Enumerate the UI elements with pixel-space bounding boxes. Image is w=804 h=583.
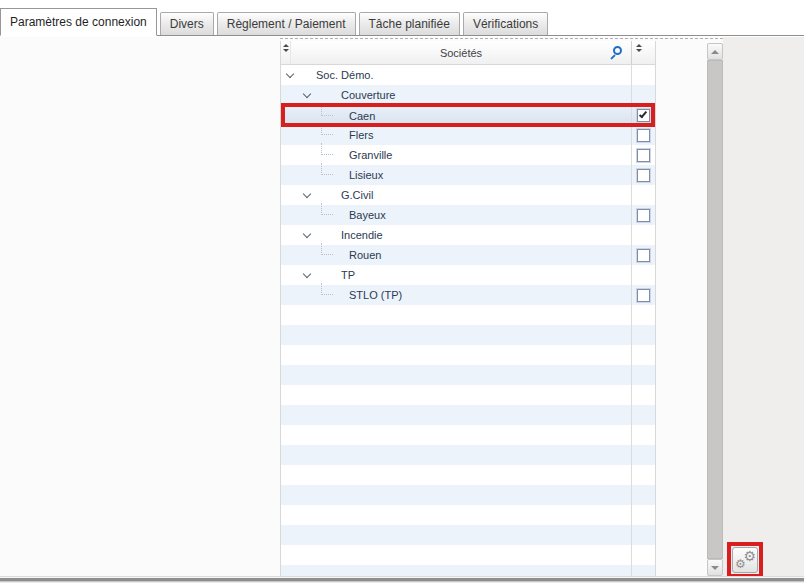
tree-connector	[321, 283, 333, 295]
tree-cell	[281, 305, 631, 325]
empty-row	[281, 345, 655, 365]
tree-cell	[281, 405, 631, 425]
empty-row	[281, 465, 655, 485]
tree-cell	[281, 445, 631, 465]
tree-row-lisieux[interactable]: Lisieux	[281, 165, 655, 185]
checkbox-rouen[interactable]	[637, 249, 650, 262]
tab-divers[interactable]: Divers	[160, 12, 214, 35]
tree-cell	[281, 465, 631, 485]
empty-row	[281, 445, 655, 465]
tree-connector	[321, 123, 333, 135]
checkbox-cell	[631, 106, 655, 124]
scroll-up-button[interactable]	[707, 43, 723, 60]
right-margin-area: ⚙ ⚙	[723, 37, 804, 583]
checkbox-cell	[631, 225, 655, 245]
checkbox-cell	[631, 425, 655, 445]
chevron-down-icon[interactable]	[303, 90, 311, 98]
search-icon[interactable]	[613, 46, 622, 55]
column-header-societes[interactable]: Sociétés	[291, 41, 632, 64]
checkbox-granville[interactable]	[637, 149, 650, 162]
triangle-down-icon	[711, 566, 719, 570]
tree-row-soc-d-mo[interactable]: Soc. Démo.	[281, 65, 655, 85]
checkbox-caen[interactable]	[637, 109, 650, 122]
header-left-cell	[281, 41, 291, 64]
checkbox-flers[interactable]	[637, 129, 650, 142]
tree-cell: Soc. Démo.	[281, 65, 631, 85]
checkbox-cell	[631, 465, 655, 485]
tree-row-caen[interactable]: Caen	[281, 105, 655, 125]
checkbox-cell	[631, 505, 655, 525]
scroll-down-button[interactable]	[707, 559, 723, 576]
window-bottom-border	[0, 576, 804, 583]
tree-cell: G.Civil	[281, 185, 631, 205]
checkbox-cell	[631, 405, 655, 425]
tab-param-tres-de-connexion[interactable]: Paramètres de connexion	[0, 8, 157, 36]
sort-up-down-icon[interactable]	[283, 44, 289, 52]
empty-row	[281, 305, 655, 325]
checkbox-cell	[631, 385, 655, 405]
chevron-down-icon[interactable]	[303, 190, 311, 198]
chevron-down-icon[interactable]	[303, 270, 311, 278]
tree-row-tp[interactable]: TP	[281, 265, 655, 285]
tree-cell: Couverture	[281, 85, 631, 105]
tree-connector	[321, 243, 333, 255]
tree-row-couverture[interactable]: Couverture	[281, 85, 655, 105]
checkbox-cell	[631, 525, 655, 545]
checkbox-cell	[631, 365, 655, 385]
tree-connector	[321, 104, 333, 116]
tree-cell	[281, 325, 631, 345]
sort-up-down-icon[interactable]	[636, 44, 642, 52]
tree-cell	[281, 545, 631, 565]
checkbox-cell	[631, 65, 655, 85]
tree-row-label: Soc. Démo.	[316, 65, 373, 85]
tree-row-flers[interactable]: Flers	[281, 125, 655, 145]
tree-connector	[321, 143, 333, 155]
tree-row-rouen[interactable]: Rouen	[281, 245, 655, 265]
tab-v-rifications[interactable]: Vérifications	[463, 12, 548, 35]
checkbox-cell	[631, 445, 655, 465]
societes-grid: Sociétés Soc. Démo.CouvertureCaenFlersGr…	[280, 41, 656, 578]
checkbox-cell	[631, 85, 655, 105]
empty-row	[281, 485, 655, 505]
tree-row-incendie[interactable]: Incendie	[281, 225, 655, 245]
checkbox-column-header[interactable]	[632, 41, 655, 64]
tree-cell	[281, 485, 631, 505]
tree-row-granville[interactable]: Granville	[281, 145, 655, 165]
vertical-scrollbar[interactable]	[707, 43, 723, 576]
tree-row-bayeux[interactable]: Bayeux	[281, 205, 655, 225]
tree-row-label: Couverture	[341, 85, 395, 105]
tree-row-stlo-tp[interactable]: STLO (TP)	[281, 285, 655, 305]
tree-cell: Flers	[281, 125, 631, 145]
empty-row	[281, 405, 655, 425]
tab-bar: Paramètres de connexionDiversRèglement /…	[0, 0, 804, 36]
tree-cell	[281, 425, 631, 445]
scrollbar-thumb[interactable]	[707, 60, 723, 559]
chevron-down-icon[interactable]	[286, 70, 294, 78]
empty-row	[281, 545, 655, 565]
checkbox-stlo-tp[interactable]	[637, 289, 650, 302]
tree-row-g-civil[interactable]: G.Civil	[281, 185, 655, 205]
empty-row	[281, 505, 655, 525]
checkbox-bayeux[interactable]	[637, 209, 650, 222]
checkbox-lisieux[interactable]	[637, 169, 650, 182]
tree-cell: STLO (TP)	[281, 285, 631, 305]
tree-cell	[281, 345, 631, 365]
settings-gear-button[interactable]: ⚙ ⚙	[732, 547, 758, 573]
checkbox-cell	[631, 325, 655, 345]
tab-r-glement-paiement[interactable]: Règlement / Paiement	[217, 12, 356, 35]
tree-cell: Lisieux	[281, 165, 631, 185]
triangle-up-icon	[711, 50, 719, 54]
gear-icon: ⚙	[743, 549, 756, 563]
tree-row-label: Rouen	[349, 245, 381, 265]
empty-row	[281, 325, 655, 345]
chevron-down-icon[interactable]	[303, 230, 311, 238]
empty-row	[281, 385, 655, 405]
tree-cell: Rouen	[281, 245, 631, 265]
societes-panel: Sociétés Soc. Démo.CouvertureCaenFlersGr…	[280, 38, 723, 577]
checkmark-icon	[639, 109, 647, 118]
content-area: ⚙ ⚙ Sociétés Soc. Démo.CouvertureCaenFle…	[0, 37, 804, 583]
tree-row-label: Incendie	[341, 225, 383, 245]
tree-cell	[281, 505, 631, 525]
tree-row-label: Granville	[349, 145, 392, 165]
tab-t-che-planifi-e[interactable]: Tâche planifiée	[359, 12, 460, 35]
